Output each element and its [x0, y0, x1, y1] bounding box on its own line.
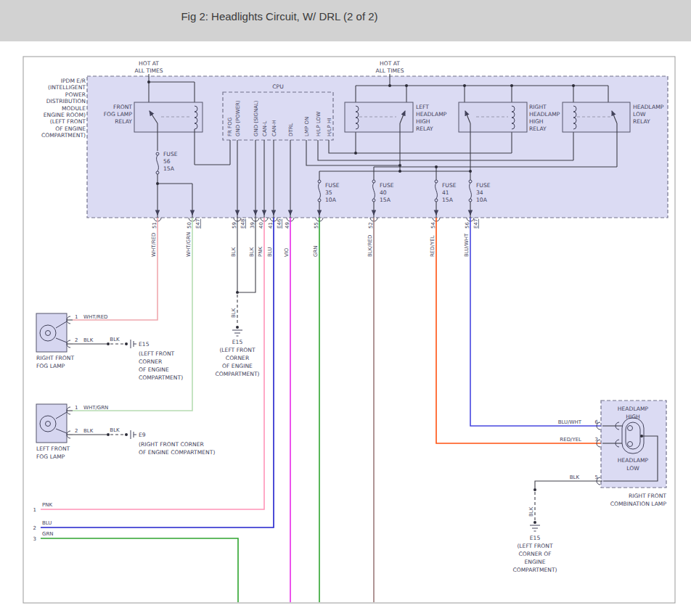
wire-blk-1: BLK — [231, 247, 237, 257]
pin-54: 54 — [430, 222, 436, 229]
pin-52: 52 — [368, 222, 374, 229]
pin6-wire: BLU/WHT — [558, 419, 582, 425]
svg-text:OF ENGINE: OF ENGINE — [222, 363, 253, 369]
wire-red-yel: RED/YEL — [430, 235, 436, 257]
pin3-num: 3 — [595, 437, 598, 443]
header-bar: Fig 2: Headlights Circuit, W/ DRL (2 of … — [0, 0, 691, 41]
svg-text:FUSE: FUSE — [442, 182, 457, 189]
cpu-title: CPU — [272, 83, 283, 90]
cpu-pin-canl: CAN-L — [262, 121, 268, 136]
svg-text:MODULE: MODULE — [62, 105, 86, 112]
svg-text:(LEFT FRONT: (LEFT FRONT — [219, 347, 255, 353]
svg-text:35: 35 — [325, 189, 332, 196]
svg-text:56: 56 — [163, 158, 171, 165]
pin6-num: 6 — [595, 419, 599, 425]
svg-text:15A: 15A — [163, 165, 175, 172]
wire-wht-grn: WHT/GRN — [186, 232, 192, 257]
svg-text:HIGH: HIGH — [416, 118, 430, 125]
svg-text:34: 34 — [476, 189, 483, 196]
pin-55: 55 — [314, 222, 319, 229]
svg-text:RIGHT: RIGHT — [529, 104, 547, 110]
page-title: Fig 2: Headlights Circuit, W/ DRL (2 of … — [181, 10, 377, 22]
pin3-wire: RED/YEL — [560, 437, 581, 443]
svg-text:FUSE: FUSE — [163, 151, 178, 157]
combination-lamp-name: RIGHT FRONT — [629, 493, 666, 499]
svg-text:41: 41 — [442, 189, 449, 196]
svg-text:CORNER: CORNER — [226, 355, 250, 361]
connector-e46: E46 — [277, 218, 282, 229]
svg-text:ALL TIMES: ALL TIMES — [134, 67, 163, 74]
svg-text:FOG LAMP: FOG LAMP — [104, 111, 133, 118]
svg-text:HEADLAMP: HEADLAMP — [618, 406, 649, 412]
svg-text:OF ENGINE: OF ENGINE — [139, 366, 169, 373]
headlamp-low-relay-box — [563, 102, 630, 132]
stub2-num: 2 — [33, 525, 36, 531]
svg-text:RELAY: RELAY — [633, 118, 650, 125]
wire-vio: VIO — [284, 247, 290, 257]
gnd-id: E15 — [530, 535, 541, 541]
svg-text:RELAY: RELAY — [416, 126, 433, 132]
ipdm-module: IPDM E/R (INTELLIGENT POWER DISTRIBUTION… — [41, 60, 668, 221]
gnd-wire-blk: BLK — [528, 506, 534, 517]
cpu-pin-gndpower: GND (POWER) — [235, 100, 241, 136]
pin-39: 39 — [250, 222, 255, 229]
wire-blk-2: BLK — [249, 247, 255, 257]
svg-text:FOG LAMP: FOG LAMP — [36, 453, 65, 460]
pin-49: 49 — [285, 222, 290, 229]
svg-text:HEADLAMP: HEADLAMP — [633, 104, 664, 110]
svg-text:HIGH: HIGH — [529, 118, 544, 125]
pin-56: 56 — [465, 222, 470, 229]
svg-text:15A: 15A — [442, 197, 454, 203]
stub1-num: 1 — [33, 507, 36, 513]
svg-text:COMPARTMENT): COMPARTMENT) — [215, 371, 259, 377]
svg-text:POWER: POWER — [65, 91, 86, 98]
cpu-pin-lmpon: LMP ON — [304, 117, 310, 136]
stub3-num: 3 — [33, 536, 36, 542]
pin5-num: 5 — [595, 475, 598, 480]
wire-blk-red: BLK/RED — [367, 235, 373, 257]
fog-gnd-wire: BLK — [110, 427, 120, 433]
svg-text:FUSE: FUSE — [380, 182, 394, 189]
pin-41: 41 — [268, 222, 274, 229]
fog-pin2-num: 2 — [75, 428, 78, 434]
svg-text:FOG LAMP: FOG LAMP — [36, 363, 65, 369]
fog-pin2-wire: BLK — [83, 337, 94, 343]
fog-pin1-wire: WHT/GRN — [83, 405, 108, 411]
svg-text:10A: 10A — [325, 197, 337, 203]
fog-pin1-wire: WHT/RED — [83, 314, 108, 320]
wire-grn: GRN — [313, 245, 319, 257]
stub1-label: PNK — [42, 502, 52, 508]
gnd-id: E9 — [139, 432, 146, 438]
cpu-pin-dtrl: DTRL — [288, 123, 294, 136]
gnd-id: E15 — [139, 341, 150, 348]
fog-pin2-wire: BLK — [83, 428, 94, 434]
fog-lamp-box — [36, 404, 67, 443]
wire-blu-wht: BLU/WHT — [464, 233, 470, 257]
fog-gnd-wire: BLK — [110, 337, 120, 342]
pin-59: 59 — [232, 222, 237, 229]
svg-text:(INTELLIGENT: (INTELLIGENT — [48, 84, 86, 91]
svg-text:ALL TIMES: ALL TIMES — [375, 67, 404, 74]
hot-at-all-times-2: HOT AT ALL TIMES — [375, 60, 404, 74]
svg-text:HEADLAMP: HEADLAMP — [416, 111, 447, 118]
connector-e48: E48 — [240, 219, 246, 229]
svg-text:FUSE: FUSE — [325, 182, 340, 189]
svg-text:15A: 15A — [380, 197, 391, 203]
svg-text:HOT AT: HOT AT — [380, 60, 400, 67]
svg-text:10A: 10A — [476, 197, 488, 203]
svg-text:40: 40 — [380, 189, 387, 196]
fog-pin1-num: 1 — [75, 405, 78, 411]
pin5-wire: BLK — [570, 475, 580, 480]
svg-text:RELAY: RELAY — [115, 118, 132, 125]
stub3-label: GRN — [42, 531, 54, 537]
hot-at-all-times-1: HOT AT ALL TIMES — [134, 60, 163, 74]
svg-text:COMPARTMENT): COMPARTMENT) — [41, 132, 86, 139]
svg-text:FRONT: FRONT — [113, 104, 132, 110]
cpu-pin-frfog: FR FOG — [227, 118, 233, 136]
svg-text:CORNER: CORNER — [139, 358, 163, 365]
svg-text:OF ENGINE COMPARTMENT): OF ENGINE COMPARTMENT) — [139, 449, 215, 456]
svg-text:FUSE: FUSE — [476, 182, 491, 189]
cpu-pin-canh: CAN-H — [271, 120, 277, 136]
connector-e47-2: E47 — [473, 219, 479, 229]
pin-40: 40 — [258, 222, 264, 229]
